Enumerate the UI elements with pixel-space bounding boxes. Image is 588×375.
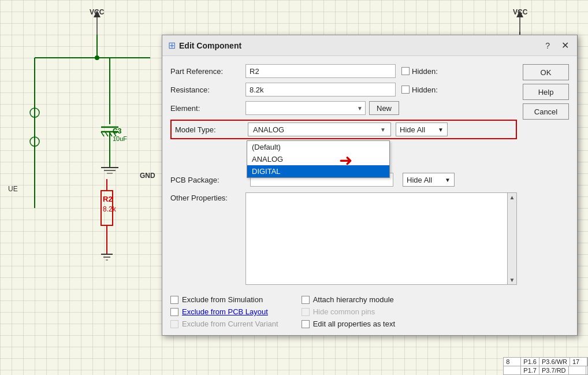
footer-col-left: Exclude from Simulation Exclude from PCB… [170, 295, 278, 328]
resistance-label: Resistance: [170, 86, 245, 94]
exclude-variant-row: Exclude from Current Variant [170, 320, 278, 328]
exclude-simulation-row: Exclude from Simulation [170, 295, 278, 304]
other-properties-row: Other Properties: ▲ ▼ [170, 192, 517, 285]
dialog-help-icon-btn[interactable]: ? [543, 41, 552, 50]
exclude-variant-checkbox[interactable] [170, 320, 178, 328]
hide-common-pins-label: Hide common pins [313, 307, 375, 316]
model-type-combo-arrow: ▼ [380, 127, 386, 133]
new-button[interactable]: New [369, 101, 399, 115]
model-type-row: Model Type: ANALOG ▼ Hide All ▼ (Default… [170, 120, 517, 139]
scrollbar-track: ▲ ▼ [508, 192, 517, 285]
dialog-close-btn[interactable]: ✕ [559, 40, 571, 51]
ok-button[interactable]: OK [523, 64, 569, 80]
exclude-simulation-label: Exclude from Simulation [182, 295, 263, 304]
dialog-title-section: ⊞ Edit Component [168, 40, 241, 51]
edit-all-props-checkbox[interactable] [302, 320, 310, 328]
dialog-title-text: Edit Component [179, 41, 241, 50]
hide-common-pins-checkbox[interactable] [302, 308, 310, 316]
dialog-action-buttons: OK Help Cancel [523, 64, 569, 285]
r2-value-label: 8.2k [103, 205, 116, 213]
ue-label: UE [8, 185, 18, 193]
exclude-variant-label: Exclude from Current Variant [182, 320, 278, 328]
scroll-up-btn[interactable]: ▲ [508, 193, 516, 202]
table-cell-8: 8 [504, 358, 521, 366]
dropdown-item-analog[interactable]: ANALOG [247, 153, 389, 165]
table-cell-empty2 [569, 366, 586, 374]
part-reference-label: Part Reference: [170, 67, 245, 76]
table-cell-p37rd: P3.7/RD [539, 366, 569, 374]
table-cell-p36wr: P3.6/WR [539, 358, 570, 366]
dialog-titlebar: ⊞ Edit Component ? ✕ [162, 35, 577, 56]
other-properties-label: Other Properties: [170, 192, 245, 202]
footer-col-right: Attach hierarchy module Hide common pins… [302, 295, 395, 328]
help-button[interactable]: Help [523, 84, 569, 100]
resistance-row: Resistance: Hidden: [170, 83, 517, 96]
scroll-down-btn[interactable]: ▼ [508, 276, 516, 284]
element-combo[interactable]: ▼ [245, 101, 366, 115]
attach-hierarchy-checkbox[interactable] [302, 296, 310, 304]
resistance-hidden-checkbox[interactable] [401, 86, 410, 94]
bottom-pin-table: 8 P1.6 P3.6/WR 17 P1.7 P3.7/RD [503, 357, 588, 375]
attach-hierarchy-row: Attach hierarchy module [302, 295, 395, 304]
part-reference-hidden-checkbox[interactable] [401, 67, 410, 75]
pcb-hide-all-label: Hide All [407, 176, 432, 184]
textarea-wrapper: ▲ ▼ [245, 192, 517, 285]
edit-all-props-label: Edit all properties as text [313, 320, 395, 328]
exclude-pcb-row: Exclude from PCB Layout [170, 307, 278, 316]
part-reference-hidden-label: Hidden: [401, 67, 438, 76]
other-properties-textarea[interactable] [245, 192, 508, 285]
vcc-right-label: VCC [513, 8, 527, 16]
dropdown-item-digital[interactable]: DIGITAL [247, 165, 389, 177]
pcb-hide-all-arrow: ▼ [445, 177, 451, 183]
table-cell-17: 17 [570, 358, 587, 366]
c3-value-label: 10uF [113, 135, 127, 142]
vcc-top-label: VCC [90, 8, 104, 16]
exclude-pcb-checkbox[interactable] [170, 308, 178, 316]
hide-all-arrow: ▼ [438, 127, 444, 133]
pcb-package-label: PCB Package: [170, 176, 245, 184]
hide-all-label: Hide All [400, 125, 425, 134]
part-reference-input[interactable] [245, 64, 396, 78]
hide-common-pins-row: Hide common pins [302, 307, 395, 316]
element-row: Element: ▼ New [170, 101, 517, 115]
dialog-titlebar-buttons: ? ✕ [543, 40, 571, 51]
element-combo-arrow: ▼ [357, 105, 363, 112]
edit-all-props-row: Edit all properties as text [302, 320, 395, 328]
table-cell-p16: P1.6 [521, 358, 539, 366]
dropdown-item-default[interactable]: (Default) [247, 141, 389, 153]
part-reference-row: Part Reference: Hidden: [170, 64, 517, 78]
model-type-combo[interactable]: ANALOG ▼ [248, 122, 391, 136]
attach-hierarchy-label: Attach hierarchy module [313, 295, 394, 304]
c3-component-label: C3 [113, 127, 121, 135]
resistance-hidden-label: Hidden: [401, 86, 438, 94]
model-type-label: Model Type: [175, 125, 248, 134]
exclude-pcb-label: Exclude from PCB Layout [182, 307, 268, 316]
gnd-label: GND [140, 172, 155, 180]
element-label: Element: [170, 104, 245, 113]
model-type-dropdown: (Default) ANALOG DIGITAL [247, 140, 390, 178]
dialog-form-section: Part Reference: Hidden: Resistance: Hidd… [170, 64, 517, 285]
model-type-value: ANALOG [253, 125, 284, 134]
dialog-body: Part Reference: Hidden: Resistance: Hidd… [162, 56, 577, 291]
cancel-button[interactable]: Cancel [523, 103, 569, 120]
pcb-hide-all[interactable]: Hide All ▼ [403, 173, 455, 187]
model-type-hide-all[interactable]: Hide All ▼ [396, 122, 448, 136]
table-cell-p17: P1.7 [521, 366, 539, 374]
r2-component-label: R2 [103, 195, 113, 203]
dialog-title-icon: ⊞ [168, 40, 176, 51]
resistance-input[interactable] [245, 83, 396, 96]
edit-component-dialog: ⊞ Edit Component ? ✕ Part Reference: Hid… [162, 35, 578, 336]
dialog-footer: Exclude from Simulation Exclude from PCB… [162, 291, 577, 335]
table-cell-empty [504, 366, 521, 374]
exclude-simulation-checkbox[interactable] [170, 296, 178, 304]
